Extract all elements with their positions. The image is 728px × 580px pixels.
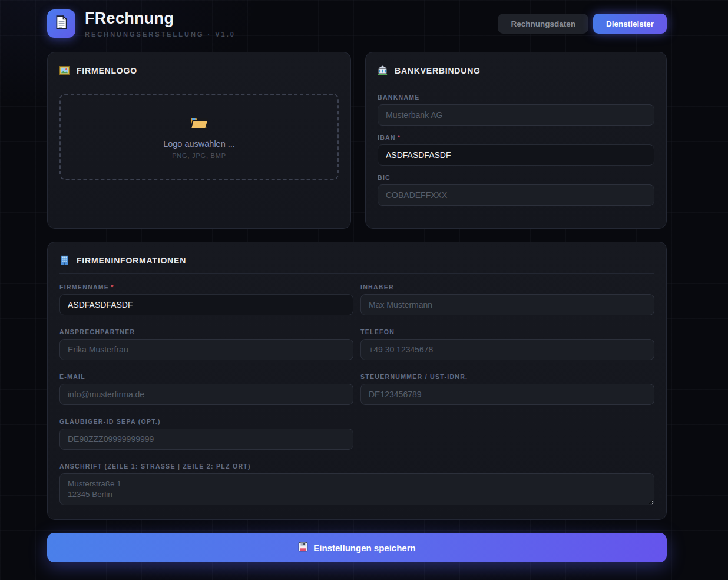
iban-label: IBAN* xyxy=(378,134,654,141)
required-mark: * xyxy=(111,284,114,291)
glaeubiger-id-input[interactable] xyxy=(59,429,353,450)
firmenname-field: FIRMENNAME* xyxy=(59,284,353,315)
document-icon xyxy=(54,15,69,32)
tab-rechnungsdaten[interactable]: Rechnungsdaten xyxy=(498,14,588,34)
steuernummer-input[interactable] xyxy=(360,384,654,405)
telefon-label: TELEFON xyxy=(360,328,654,335)
telefon-input[interactable] xyxy=(360,339,654,360)
bankname-label: BANKNAME xyxy=(378,94,654,101)
anschrift-field: ANSCHRIFT (ZEILE 1: STRASSE | ZEILE 2: P… xyxy=(59,463,654,508)
ansprechpartner-field: ANSPRECHPARTNER xyxy=(59,328,353,360)
save-button-label: Einstellungen speichern xyxy=(313,543,415,553)
tab-dienstleister[interactable]: Dienstleister xyxy=(593,14,667,34)
firmenlogo-card-header: FIRMENLOGO xyxy=(59,64,339,84)
inhaber-label: INHABER xyxy=(360,284,654,291)
bankverbindung-card-title: BANKVERBINDUNG xyxy=(395,66,481,75)
email-field: E-MAIL xyxy=(59,373,353,405)
firmenlogo-card-body: Logo auswählen ... PNG, JPG, BMP xyxy=(59,94,339,216)
required-mark: * xyxy=(398,134,401,141)
firmeninformationen-card-header: FIRMENINFORMATIONEN xyxy=(59,254,654,274)
iban-input[interactable] xyxy=(378,144,654,166)
bic-label: BIC xyxy=(378,174,654,181)
page: FRechnung RECHNUNGSERSTELLUNG · V1.0 Rec… xyxy=(47,0,667,562)
dropzone-label: Logo auswählen ... xyxy=(163,139,235,149)
save-settings-button[interactable]: Einstellungen speichern xyxy=(47,533,667,562)
app-header: FRechnung RECHNUNGSERSTELLUNG · V1.0 Rec… xyxy=(47,0,667,38)
firmeninformationen-card: FIRMENINFORMATIONEN FIRMENNAME* INHABER … xyxy=(47,242,667,520)
firmenlogo-card: FIRMENLOGO Logo auswählen ... PNG, JPG, … xyxy=(47,52,351,229)
iban-field: IBAN* xyxy=(378,134,654,166)
inhaber-field: INHABER xyxy=(360,284,654,315)
floppy-disk-icon xyxy=(298,542,308,553)
anschrift-textarea[interactable] xyxy=(59,473,654,505)
email-input[interactable] xyxy=(59,384,353,405)
anschrift-row: ANSCHRIFT (ZEILE 1: STRASSE | ZEILE 2: P… xyxy=(59,463,654,508)
nav-tabs: Rechnungsdaten Dienstleister xyxy=(498,14,667,34)
dropzone-hint: PNG, JPG, BMP xyxy=(172,152,226,159)
app-logo xyxy=(47,9,75,38)
firmenlogo-card-title: FIRMENLOGO xyxy=(77,66,137,75)
bankverbindung-card: BANKVERBINDUNG BANKNAME IBAN* BIC xyxy=(365,52,667,229)
bic-field: BIC xyxy=(378,174,654,206)
ansprechpartner-input[interactable] xyxy=(59,339,353,360)
bic-input[interactable] xyxy=(378,184,654,206)
inhaber-input[interactable] xyxy=(360,294,654,315)
bank-icon xyxy=(378,65,388,75)
ansprechpartner-label: ANSPRECHPARTNER xyxy=(59,328,353,335)
framed-picture-icon xyxy=(59,65,70,75)
logo-dropzone[interactable]: Logo auswählen ... PNG, JPG, BMP xyxy=(59,94,339,180)
app-title: FRechnung xyxy=(85,9,236,28)
bankname-field: BANKNAME xyxy=(378,94,654,126)
steuernummer-field: STEUERNUMMER / UST-IDNR. xyxy=(360,373,654,405)
company-fields-grid: FIRMENNAME* INHABER ANSPRECHPARTNER TELE… xyxy=(59,284,654,450)
firmeninformationen-card-title: FIRMENINFORMATIONEN xyxy=(77,256,186,265)
bankname-input[interactable] xyxy=(378,104,654,126)
title-block: FRechnung RECHNUNGSERSTELLUNG · V1.0 xyxy=(85,9,236,38)
grid-spacer xyxy=(360,418,654,450)
office-building-icon xyxy=(59,255,70,265)
app-subtitle: RECHNUNGSERSTELLUNG · V1.0 xyxy=(85,31,236,38)
glaeubiger-id-label: GLÄUBIGER-ID SEPA (OPT.) xyxy=(59,418,353,425)
firmenname-input[interactable] xyxy=(59,294,353,315)
telefon-field: TELEFON xyxy=(360,328,654,360)
top-cards-row: FIRMENLOGO Logo auswählen ... PNG, JPG, … xyxy=(47,52,667,229)
bankverbindung-card-header: BANKVERBINDUNG xyxy=(378,64,654,84)
glaeubiger-id-field: GLÄUBIGER-ID SEPA (OPT.) xyxy=(59,418,353,450)
steuernummer-label: STEUERNUMMER / UST-IDNR. xyxy=(360,373,654,380)
email-label: E-MAIL xyxy=(59,373,353,380)
open-folder-icon xyxy=(189,114,209,134)
anschrift-label: ANSCHRIFT (ZEILE 1: STRASSE | ZEILE 2: P… xyxy=(59,463,654,470)
firmenname-label: FIRMENNAME* xyxy=(59,284,353,291)
